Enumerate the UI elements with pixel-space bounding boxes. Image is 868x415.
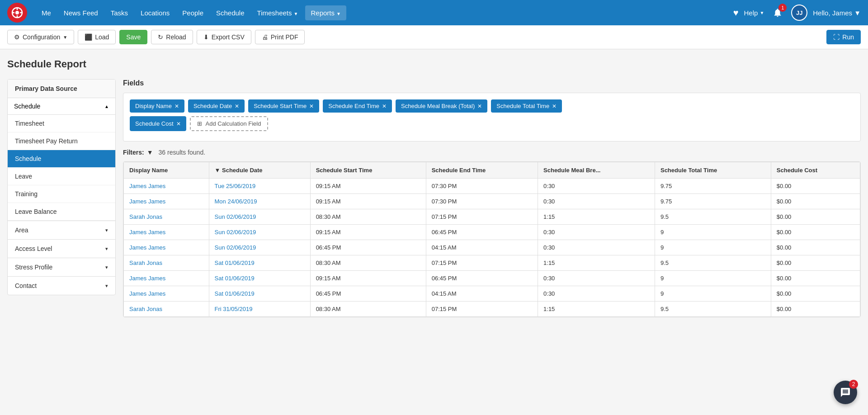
cell-meal-break: 0:30 — [538, 286, 655, 302]
sidebar-item-timesheet[interactable]: Timesheet — [8, 115, 115, 132]
cell-total-time: 9.5 — [655, 255, 771, 271]
cell-schedule-date[interactable]: Sat 01/06/2019 — [209, 271, 310, 286]
col-header-schedule-total-time: Schedule Total Time — [655, 162, 771, 179]
sidebar-section-access-level[interactable]: Access Level ▾ — [8, 239, 115, 258]
cell-schedule-date[interactable]: Sat 01/06/2019 — [209, 286, 310, 302]
cell-start-time: 09:15 AM — [310, 225, 426, 240]
cell-meal-break: 0:30 — [538, 194, 655, 209]
table-row: James James Sun 02/06/2019 06:45 PM 04:1… — [124, 240, 860, 255]
cell-schedule-date[interactable]: Sun 02/06/2019 — [209, 240, 310, 255]
data-table-container: Display Name ▼ Schedule Date Schedule St… — [123, 161, 861, 317]
field-tag-schedule-end-time[interactable]: Schedule End Time ✕ — [323, 99, 392, 113]
col-header-schedule-date[interactable]: ▼ Schedule Date — [209, 162, 310, 179]
run-button[interactable]: ⛶ Run — [826, 30, 861, 44]
chevron-down-icon: ▾ — [105, 227, 108, 233]
remove-schedule-total-time-icon[interactable]: ✕ — [552, 103, 557, 109]
remove-schedule-cost-icon[interactable]: ✕ — [176, 121, 181, 127]
export-icon: ⬇ — [203, 33, 209, 41]
field-tag-display-name[interactable]: Display Name ✕ — [130, 99, 184, 113]
chevron-down-icon: ▾ — [105, 264, 108, 270]
nav-item-timesheets[interactable]: Timesheets▼ — [252, 5, 304, 20]
cell-schedule-date[interactable]: Sat 01/06/2019 — [209, 255, 310, 271]
field-tag-schedule-start-time[interactable]: Schedule Start Time ✕ — [248, 99, 319, 113]
remove-schedule-meal-break-icon[interactable]: ✕ — [477, 103, 482, 109]
cell-schedule-date[interactable]: Sun 02/06/2019 — [209, 209, 310, 225]
cell-end-time: 07:15 PM — [426, 209, 538, 225]
nav-item-locations[interactable]: Locations — [135, 5, 175, 20]
data-table: Display Name ▼ Schedule Date Schedule St… — [123, 162, 860, 317]
sidebar-section-area[interactable]: Area ▾ — [8, 221, 115, 239]
remove-schedule-date-icon[interactable]: ✕ — [235, 103, 239, 109]
nav-item-tasks[interactable]: Tasks — [105, 5, 133, 20]
remove-schedule-start-time-icon[interactable]: ✕ — [309, 103, 314, 109]
print-pdf-button[interactable]: 🖨 Print PDF — [255, 30, 305, 44]
cell-display-name[interactable]: James James — [124, 286, 209, 302]
notification-button[interactable]: 1 — [769, 5, 786, 21]
reload-button[interactable]: ↻ Reload — [151, 30, 193, 44]
cell-schedule-date[interactable]: Tue 25/06/2019 — [209, 179, 310, 194]
sidebar-item-training[interactable]: Training — [8, 185, 115, 203]
cell-display-name[interactable]: James James — [124, 271, 209, 286]
page-content: Schedule Report Primary Data Source Sche… — [0, 49, 868, 326]
field-tag-schedule-cost[interactable]: Schedule Cost ✕ — [130, 116, 186, 131]
col-header-schedule-meal-break: Schedule Meal Bre... — [538, 162, 655, 179]
nav-item-me[interactable]: Me — [36, 5, 57, 20]
remove-display-name-icon[interactable]: ✕ — [175, 103, 179, 109]
cell-display-name[interactable]: James James — [124, 225, 209, 240]
cell-schedule-date[interactable]: Fri 31/05/2019 — [209, 302, 310, 317]
cell-schedule-date[interactable]: Mon 24/06/2019 — [209, 194, 310, 209]
remove-schedule-end-time-icon[interactable]: ✕ — [382, 103, 387, 109]
help-button[interactable]: Help ▼ — [744, 9, 764, 17]
sidebar-item-schedule[interactable]: Schedule — [8, 150, 115, 168]
cell-display-name[interactable]: James James — [124, 240, 209, 255]
cell-meal-break: 0:30 — [538, 225, 655, 240]
nav-item-news-feed[interactable]: News Feed — [58, 5, 104, 20]
nav-item-schedule[interactable]: Schedule — [211, 5, 250, 20]
field-tag-schedule-meal-break[interactable]: Schedule Meal Break (Total) ✕ — [396, 99, 487, 113]
cell-start-time: 06:45 PM — [310, 240, 426, 255]
user-avatar[interactable]: JJ — [791, 5, 807, 21]
cell-display-name[interactable]: Sarah Jonas — [124, 302, 209, 317]
nav-items: Me News Feed Tasks Locations People Sche… — [36, 5, 733, 20]
hello-text[interactable]: Hello, James ▼ — [813, 9, 861, 17]
data-source-dropdown[interactable]: Schedule ▲ — [8, 98, 115, 115]
filters-label[interactable]: Filters: ▼ — [123, 149, 153, 156]
fields-container: Display Name ✕ Schedule Date ✕ Schedule … — [123, 93, 861, 141]
cell-meal-break: 1:15 — [538, 255, 655, 271]
cell-cost: $0.00 — [771, 225, 860, 240]
cell-schedule-date[interactable]: Sun 02/06/2019 — [209, 225, 310, 240]
cell-end-time: 07:30 PM — [426, 194, 538, 209]
cell-display-name[interactable]: Sarah Jonas — [124, 209, 209, 225]
primary-data-source-label: Primary Data Source — [8, 80, 115, 98]
table-body: James James Tue 25/06/2019 09:15 AM 07:3… — [124, 179, 860, 317]
table-row: Sarah Jonas Sat 01/06/2019 08:30 AM 07:1… — [124, 255, 860, 271]
favorites-icon[interactable]: ♥ — [733, 8, 739, 18]
save-button[interactable]: Save — [119, 30, 147, 44]
fields-row-1: Display Name ✕ Schedule Date ✕ Schedule … — [130, 99, 854, 113]
reload-icon: ↻ — [158, 33, 163, 41]
sidebar-item-timesheet-pay-return[interactable]: Timesheet Pay Return — [8, 132, 115, 150]
cell-display-name[interactable]: James James — [124, 194, 209, 209]
app-logo[interactable] — [7, 3, 27, 23]
export-csv-button[interactable]: ⬇ Export CSV — [197, 30, 251, 44]
sidebar-item-leave-balance[interactable]: Leave Balance — [8, 203, 115, 221]
sidebar-section-contact[interactable]: Contact ▾ — [8, 276, 115, 295]
table-row: James James Mon 24/06/2019 09:15 AM 07:3… — [124, 194, 860, 209]
add-calculation-field-button[interactable]: ⊞ Add Calculation Field — [190, 116, 269, 131]
cell-cost: $0.00 — [771, 286, 860, 302]
field-tag-schedule-total-time[interactable]: Schedule Total Time ✕ — [491, 99, 562, 113]
nav-item-people[interactable]: People — [177, 5, 209, 20]
col-header-display-name: Display Name — [124, 162, 209, 179]
load-button[interactable]: ⬛ Load — [78, 30, 116, 44]
cell-start-time: 08:30 AM — [310, 302, 426, 317]
load-icon: ⬛ — [85, 33, 92, 41]
cell-display-name[interactable]: Sarah Jonas — [124, 255, 209, 271]
cell-end-time: 06:45 PM — [426, 271, 538, 286]
cell-display-name[interactable]: James James — [124, 179, 209, 194]
sidebar-item-leave[interactable]: Leave — [8, 168, 115, 185]
cell-total-time: 9 — [655, 240, 771, 255]
configuration-button[interactable]: ⚙ Configuration ▼ — [7, 30, 74, 44]
nav-item-reports[interactable]: Reports▼ — [305, 5, 346, 20]
sidebar-section-stress-profile[interactable]: Stress Profile ▾ — [8, 258, 115, 276]
field-tag-schedule-date[interactable]: Schedule Date ✕ — [188, 99, 245, 113]
